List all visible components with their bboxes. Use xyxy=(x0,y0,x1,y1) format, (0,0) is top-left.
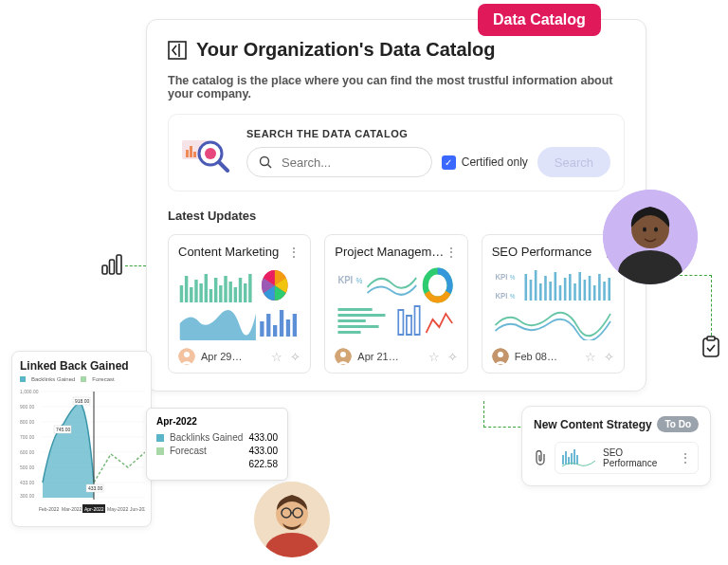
star-icon[interactable]: ☆ xyxy=(428,350,440,364)
bar-chart-icon xyxy=(100,252,124,277)
svg-rect-4 xyxy=(190,146,192,157)
svg-rect-28 xyxy=(266,314,270,337)
svg-text:433.00: 433.00 xyxy=(88,485,103,491)
svg-rect-0 xyxy=(169,42,186,59)
bell-icon[interactable]: ✧ xyxy=(290,350,300,364)
svg-line-8 xyxy=(219,162,228,171)
svg-text:Apr-2022: Apr-2022 xyxy=(84,506,104,512)
svg-text:%: % xyxy=(356,275,363,285)
svg-rect-68 xyxy=(603,282,606,301)
svg-rect-88 xyxy=(562,455,564,465)
svg-rect-15 xyxy=(199,283,202,302)
magnifier-icon xyxy=(259,155,272,169)
svg-text:900.00: 900.00 xyxy=(20,404,35,410)
svg-text:Jun-2022: Jun-2022 xyxy=(130,506,145,512)
certified-only-toggle[interactable]: ✓ Certified only xyxy=(442,155,528,170)
more-icon[interactable]: ⋮ xyxy=(679,451,692,465)
svg-rect-3 xyxy=(186,150,189,157)
svg-rect-42 xyxy=(338,331,361,334)
svg-rect-74 xyxy=(117,255,121,274)
svg-rect-93 xyxy=(576,455,578,465)
svg-rect-57 xyxy=(549,282,552,301)
author-avatar xyxy=(178,348,195,365)
search-button[interactable]: Search xyxy=(537,147,610,177)
svg-rect-19 xyxy=(219,285,222,302)
svg-rect-23 xyxy=(239,278,242,302)
svg-rect-92 xyxy=(573,449,575,465)
clipboard-check-icon xyxy=(701,336,720,358)
svg-rect-69 xyxy=(608,278,610,301)
svg-rect-55 xyxy=(539,283,542,301)
svg-rect-73 xyxy=(110,260,115,274)
attachment-name: SEO Performance xyxy=(603,447,673,468)
catalog-panel: Your Organization's Data Catalog The cat… xyxy=(146,19,646,392)
svg-text:500.00: 500.00 xyxy=(20,465,35,470)
svg-rect-32 xyxy=(293,314,297,337)
star-icon[interactable]: ☆ xyxy=(271,350,282,364)
more-icon[interactable]: ⋮ xyxy=(445,246,458,259)
chart-title: Linked Back Gained xyxy=(20,359,143,373)
svg-rect-38 xyxy=(338,308,373,311)
latest-updates-heading: Latest Updates xyxy=(168,209,625,223)
svg-text:1,000.00: 1,000.00 xyxy=(20,389,39,394)
svg-rect-66 xyxy=(593,285,596,301)
catalog-card[interactable]: Project Management ⋮ KPI% Apr 21… ☆✧ xyxy=(324,234,467,374)
search-input-wrap[interactable] xyxy=(246,147,432,177)
svg-rect-56 xyxy=(544,276,547,301)
paperclip-icon xyxy=(534,450,547,465)
svg-point-80 xyxy=(643,228,646,232)
svg-rect-41 xyxy=(338,325,379,328)
svg-rect-21 xyxy=(228,282,231,302)
task-attachment[interactable]: SEO Performance ⋮ xyxy=(555,442,699,474)
bell-icon[interactable]: ✧ xyxy=(447,350,458,364)
card-date: Feb 08… xyxy=(515,351,579,362)
svg-rect-52 xyxy=(524,274,527,301)
card-thumbnail xyxy=(178,266,300,340)
svg-rect-11 xyxy=(180,285,183,302)
svg-rect-18 xyxy=(214,278,217,302)
catalog-icon xyxy=(168,41,187,60)
svg-rect-63 xyxy=(578,272,581,301)
checkbox-checked-icon: ✓ xyxy=(442,155,456,170)
svg-rect-45 xyxy=(415,306,420,335)
star-icon[interactable]: ☆ xyxy=(585,350,596,364)
svg-point-7 xyxy=(205,148,216,159)
avatar-large xyxy=(603,190,698,284)
svg-point-81 xyxy=(654,228,658,232)
task-card[interactable]: New Content Strategy To Do SEO Performan… xyxy=(521,406,711,486)
svg-rect-25 xyxy=(248,274,251,302)
page-subtitle: The catalog is the place where you can f… xyxy=(168,74,625,100)
task-title: New Content Strategy xyxy=(534,418,652,431)
card-date: Apr 29… xyxy=(201,351,265,362)
svg-text:Mar-2022: Mar-2022 xyxy=(62,506,82,512)
catalog-card[interactable]: SEO Performance ⋮ KPI% KPI% Feb 08… ☆✧ xyxy=(482,234,625,374)
svg-rect-62 xyxy=(573,283,576,301)
author-avatar xyxy=(492,348,509,365)
svg-rect-27 xyxy=(260,321,264,337)
svg-rect-31 xyxy=(286,319,290,337)
svg-rect-53 xyxy=(529,280,532,301)
catalog-card[interactable]: Content Marketing ⋮ Apr 29… ☆✧ xyxy=(168,234,311,374)
card-title: Project Management xyxy=(335,245,444,259)
card-thumbnail: KPI% xyxy=(335,266,457,340)
bell-icon[interactable]: ✧ xyxy=(604,350,614,364)
svg-point-9 xyxy=(261,157,269,166)
svg-rect-20 xyxy=(224,276,227,302)
card-title: SEO Performance xyxy=(492,245,592,259)
card-date: Apr 21… xyxy=(357,351,422,362)
svg-rect-12 xyxy=(185,276,188,302)
svg-point-71 xyxy=(498,352,503,357)
chart-legend: Backlinks Gained Forecast xyxy=(20,376,143,382)
search-input[interactable] xyxy=(282,155,420,170)
avatar-large xyxy=(254,482,330,557)
svg-rect-5 xyxy=(193,152,196,157)
svg-text:Feb-2022: Feb-2022 xyxy=(39,506,60,512)
svg-text:600.00: 600.00 xyxy=(20,449,35,455)
more-icon[interactable]: ⋮ xyxy=(287,246,300,259)
search-illustration-icon xyxy=(182,133,233,173)
svg-rect-76 xyxy=(707,337,715,340)
chart-tooltip: Apr-2022 Backlinks Gained433.00 Forecast… xyxy=(146,408,288,481)
svg-rect-65 xyxy=(588,276,591,301)
svg-text:KPI: KPI xyxy=(495,271,507,282)
certified-label: Certified only xyxy=(462,155,528,169)
